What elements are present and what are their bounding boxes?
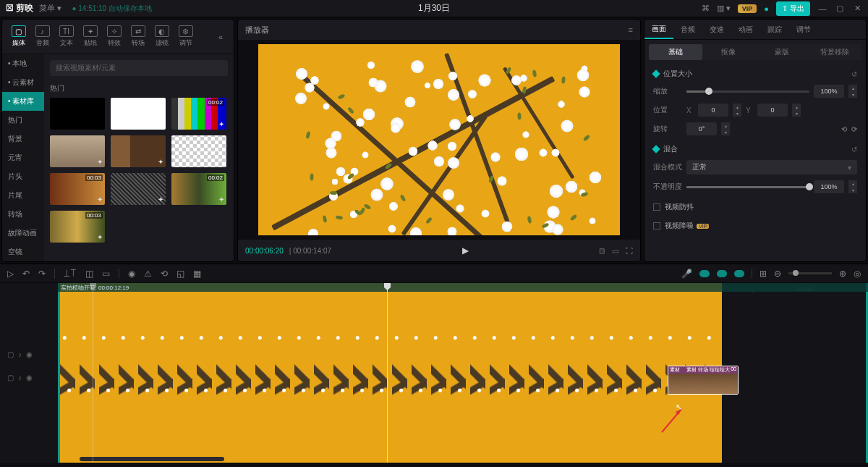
crop-icon[interactable]: ◱ — [176, 269, 184, 279]
prop-subtab[interactable]: 蒙版 — [755, 44, 809, 60]
select-tool-icon[interactable]: ▷ — [7, 269, 14, 279]
delete-right-icon[interactable]: ▭ — [102, 269, 110, 279]
sidebar-item[interactable]: 热门 — [2, 111, 44, 130]
hide-icon[interactable]: ◉ — [26, 350, 33, 358]
magnet-toggle[interactable] — [699, 270, 710, 277]
undo-icon[interactable]: ↶ — [22, 269, 30, 279]
prop-tab[interactable]: 跟踪 — [760, 20, 789, 39]
denoise-checkbox[interactable] — [653, 222, 660, 230]
tool-tab-3[interactable]: ✦贴纸 — [78, 20, 102, 54]
asset-thumbnail[interactable]: 00:03✦ — [50, 173, 105, 205]
asset-thumbnail[interactable]: ✦ — [111, 135, 166, 167]
search-input[interactable]: 搜索视频素材/元素 — [50, 60, 228, 76]
preview-menu-icon[interactable]: ≡ — [629, 25, 633, 34]
asset-thumbnail[interactable]: ✦ — [111, 173, 166, 205]
sidebar-item[interactable]: 背景 — [2, 130, 44, 148]
lock-icon[interactable]: ▢ — [7, 374, 14, 382]
prop-tab[interactable]: 变速 — [702, 20, 731, 39]
prop-tab[interactable]: 画面 — [644, 20, 673, 39]
speed-icon[interactable]: ◉ — [128, 269, 135, 279]
vip-badge[interactable]: VIP — [738, 4, 757, 13]
sidebar-item[interactable]: 片头 — [2, 167, 44, 186]
asset-thumbnail[interactable]: 00:02✦ — [171, 98, 226, 130]
delete-left-icon[interactable]: ◫ — [85, 269, 93, 279]
sidebar-item[interactable]: 空镜 — [2, 243, 44, 261]
tool-tab-0[interactable]: ▢媒体 — [7, 20, 30, 54]
pos-y-value[interactable]: 0 — [757, 104, 788, 117]
flip-v-icon[interactable]: ⟳ — [851, 125, 857, 133]
scale-value[interactable]: 100% — [814, 85, 844, 98]
scale-slider[interactable] — [686, 91, 809, 93]
rotation-value[interactable]: 0° — [686, 122, 717, 135]
playhead[interactable] — [387, 283, 388, 463]
prop-subtab[interactable]: 背景移除 — [809, 44, 862, 60]
align-icon[interactable]: ⊞ — [760, 269, 767, 279]
reset-icon[interactable]: ↺ — [851, 70, 857, 78]
opacity-value[interactable]: 100% — [814, 180, 844, 193]
zoom-slider[interactable] — [788, 272, 832, 274]
preview-canvas[interactable] — [238, 40, 640, 240]
lock-icon[interactable]: ▢ — [7, 350, 14, 358]
timeline-tracks[interactable]: 10000|10002|10004|10006|10008|10010|1001… — [58, 283, 868, 463]
redo-icon[interactable]: ↷ — [38, 269, 46, 279]
zoom-fit-icon[interactable]: ◎ — [854, 269, 861, 279]
tool-tab-5[interactable]: ⇄转场 — [126, 20, 150, 54]
prop-tab[interactable]: 音频 — [673, 20, 702, 39]
sidebar-item[interactable]: 片尾 — [2, 186, 44, 205]
link-toggle[interactable] — [717, 270, 727, 277]
tool-tab-1[interactable]: ♪音频 — [30, 20, 54, 54]
collapse-icon[interactable]: « — [212, 20, 229, 54]
reset-icon[interactable]: ↺ — [851, 146, 857, 153]
pos-x-value[interactable]: 0 — [698, 104, 728, 117]
asset-thumbnail[interactable]: ✦ — [50, 135, 105, 167]
asset-thumbnail[interactable] — [111, 98, 166, 130]
prop-tab[interactable]: 调节 — [789, 20, 818, 39]
prop-subtab[interactable]: 抠像 — [702, 44, 756, 60]
play-button[interactable]: ▶ — [462, 245, 469, 256]
tool-tab-6[interactable]: ◐滤镜 — [150, 20, 174, 54]
layout-icon[interactable]: ▥ ▾ — [717, 4, 731, 13]
shortcuts-icon[interactable]: ⌘ — [702, 4, 710, 13]
sidebar-item[interactable]: 转场 — [2, 205, 44, 224]
video-clip-secondary[interactable]: 素材 转素材 转场 哒哒哒大笑00 — [668, 366, 739, 395]
warning-icon[interactable]: ⚠ — [144, 269, 152, 279]
asset-thumbnail[interactable] — [50, 98, 105, 130]
split-icon[interactable]: ⟘⟙ — [64, 269, 77, 279]
stabilize-checkbox[interactable] — [653, 203, 660, 211]
main-menu[interactable]: 菜单 ▾ — [39, 3, 61, 14]
in-point-marker[interactable] — [93, 283, 93, 463]
mirror-icon[interactable]: ▦ — [193, 269, 201, 279]
asset-thumbnail[interactable]: 00:02✦ — [171, 173, 226, 205]
tool-tab-4[interactable]: ✧特效 — [102, 20, 126, 54]
timeline-scrollbar[interactable] — [80, 457, 224, 461]
minimize-button[interactable]: — — [817, 4, 827, 14]
sidebar-item[interactable]: 元宵 — [2, 148, 44, 167]
sidebar-item[interactable]: 故障动画 — [2, 224, 44, 243]
scale-spinner[interactable]: ▴▾ — [848, 85, 857, 98]
blend-mode-select[interactable]: 正常 — [686, 160, 857, 174]
tool-tab-7[interactable]: ⚙调节 — [174, 20, 197, 54]
preview-toggle[interactable] — [734, 270, 744, 277]
prop-tab[interactable]: 动画 — [731, 20, 760, 39]
mute-icon[interactable]: ♪ — [18, 374, 22, 382]
close-button[interactable]: ✕ — [852, 4, 862, 14]
reverse-icon[interactable]: ⟲ — [161, 269, 168, 279]
opacity-slider[interactable] — [686, 186, 809, 188]
flip-h-icon[interactable]: ⟲ — [841, 125, 847, 133]
safe-zone-icon[interactable]: ⊡ — [599, 247, 605, 255]
mute-icon[interactable]: ♪ — [18, 350, 22, 358]
sidebar-item[interactable]: • 素材库 — [2, 92, 44, 111]
hide-icon[interactable]: ◉ — [26, 374, 33, 382]
asset-thumbnail[interactable]: ✦ — [171, 135, 226, 167]
sidebar-item[interactable]: • 云素材 — [2, 73, 44, 92]
mic-icon[interactable]: 🎤 — [681, 269, 692, 279]
prop-subtab[interactable]: 基础 — [649, 44, 702, 60]
zoom-out-icon[interactable]: ⊖ — [774, 269, 781, 279]
tool-tab-2[interactable]: TI文本 — [54, 20, 78, 54]
zoom-in-icon[interactable]: ⊕ — [839, 269, 846, 279]
sidebar-item[interactable]: • 本地 — [2, 54, 44, 73]
ratio-icon[interactable]: ▭ — [612, 247, 618, 255]
asset-thumbnail[interactable]: 00:03✦ — [50, 211, 105, 243]
export-button[interactable]: ⇧ 导出 — [776, 1, 810, 16]
maximize-button[interactable]: ▢ — [835, 4, 845, 14]
